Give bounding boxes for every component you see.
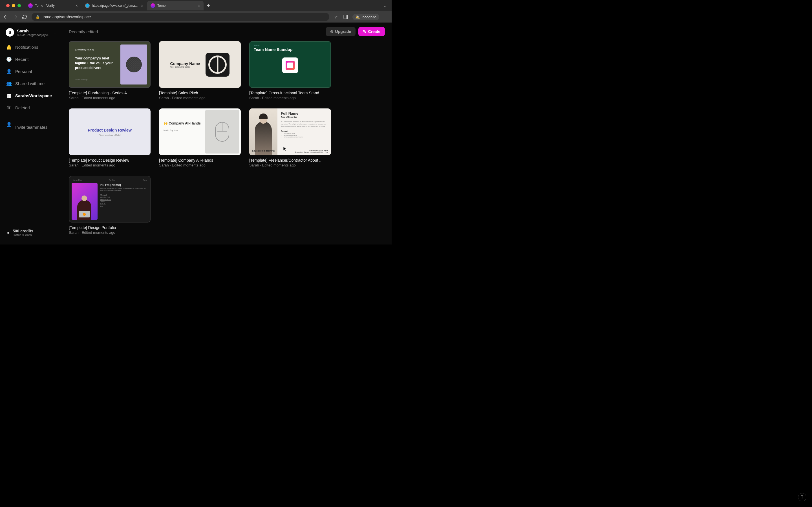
thumb-nav: Portfolio (109, 179, 115, 181)
thumb-nav: Work (143, 179, 147, 181)
sidebar-item-label: Deleted (15, 105, 30, 110)
document-card[interactable]: Name, Blog Portfolio Work Hi, I'm [Name]… (69, 176, 151, 235)
thumb-phone: (123) 456-7890 (100, 196, 148, 198)
sidebar-item-label: Recent (15, 57, 29, 62)
thumb-twitter: Twitter (100, 201, 148, 203)
create-edit-icon: ✎ (363, 29, 366, 34)
chevron-down-icon: ⌄ (54, 31, 56, 34)
bookmark-icon[interactable]: ☆ (333, 14, 339, 20)
create-label: Create (368, 29, 380, 34)
main-content: Recently edited ⊕ Upgrade ✎ Create [Comp… (62, 22, 392, 244)
reload-button[interactable] (22, 14, 28, 20)
tabs-dropdown-icon[interactable]: ⌄ (384, 3, 392, 8)
clock-icon: 🕐 (6, 57, 12, 62)
thumb-desc: A 2-3 sentence overview of the freelance… (281, 121, 327, 127)
document-card[interactable]: [Company Name] Your company's brief tagl… (69, 41, 151, 100)
document-thumbnail: Company Name Your company's tagline (159, 41, 241, 88)
panel-icon[interactable] (343, 14, 349, 20)
document-thumbnail: Product Design Review [Team members] • [… (69, 108, 151, 155)
menu-icon[interactable]: ⋮ (383, 14, 389, 20)
create-button[interactable]: ✎ Create (358, 27, 385, 36)
credits-subtitle: Refer & earn (13, 233, 33, 237)
circle-graphic-icon (126, 57, 142, 72)
app-graphic-icon (282, 57, 298, 73)
new-tab-button[interactable]: + (204, 3, 213, 9)
sidebar: S Sarah 8263e52a@moodjoy.c... ⌄ 🔔 Notifi… (0, 22, 62, 244)
document-title: [Template] Sales Pitch (159, 91, 241, 95)
browser-tab-active[interactable]: Tome × (147, 1, 204, 10)
sidebar-invite-teammates[interactable]: 👤⁺ Invite teammates (4, 119, 58, 135)
lock-icon: 🔒 (36, 15, 40, 19)
thumb-desc: Introduce yourself and your skills in 2-… (100, 187, 148, 191)
close-tab-icon[interactable]: × (75, 3, 78, 8)
document-meta: Sarah · Edited moments ago (69, 96, 151, 100)
thumb-visual-note: Visual: Your logo (75, 79, 117, 80)
document-meta: Sarah · Edited moments ago (69, 230, 151, 235)
document-meta: Sarah · Edited moments ago (249, 96, 331, 100)
thumb-date: Month Day, Year (163, 129, 201, 131)
document-card[interactable]: 🙌 Company All-Hands Month Day, Year [Tem… (159, 108, 241, 167)
back-button[interactable] (3, 14, 8, 20)
thumb-linkedin: LinkedIn (100, 203, 148, 205)
document-card[interactable]: Full Name Area of Expertise A 2-3 senten… (249, 108, 331, 167)
minimize-window-icon[interactable] (12, 4, 15, 7)
tome-favicon-icon (28, 3, 33, 8)
sidebar-item-label: Personal (15, 69, 32, 74)
thumb-area: Area of Expertise (281, 116, 327, 118)
globe-favicon-icon: 🌐 (85, 3, 90, 8)
thumb-title: Product Design Review (88, 128, 132, 132)
close-window-icon[interactable] (6, 4, 10, 7)
credits-title: 500 credits (13, 229, 33, 233)
thumb-edu-label: Education & Training (252, 150, 274, 153)
thumb-email: hello@email.com (100, 199, 148, 200)
browser-tab[interactable]: 🌐 https://pageflows.com/_/email... × (82, 1, 147, 10)
sidebar-item-label: SarahsWorkspace (15, 93, 52, 98)
app-container: S Sarah 8263e52a@moodjoy.c... ⌄ 🔔 Notifi… (0, 22, 392, 244)
user-name: Sarah (17, 29, 51, 33)
user-info: Sarah 8263e52a@moodjoy.c... (17, 29, 51, 37)
bell-icon: 🔔 (6, 45, 12, 50)
sidebar-item-personal[interactable]: 👤 Personal (4, 66, 58, 77)
sidebar-item-deleted[interactable]: 🗑 Deleted (4, 102, 58, 113)
thumb-company-name: Company Name (170, 61, 200, 66)
maximize-window-icon[interactable] (17, 4, 21, 7)
document-thumbnail: 🙌 Company All-Hands Month Day, Year (159, 108, 241, 155)
browser-tab[interactable]: Tome - Verify × (25, 1, 81, 10)
thumb-tagline: Your company's tagline (170, 66, 200, 68)
person-icon: 👤 (6, 69, 12, 74)
thumb-nav: Name, Blog (73, 179, 82, 181)
document-meta: Sarah · Edited moments ago (159, 163, 241, 167)
document-meta: Sarah · Edited moments ago (69, 163, 151, 167)
forward-button[interactable] (12, 14, 18, 20)
document-title: [Template] Fundraising - Series A (69, 91, 151, 95)
close-tab-icon[interactable]: × (198, 3, 200, 8)
section-title: Recently edited (69, 29, 98, 34)
document-card[interactable]: Company Name Your company's tagline [Tem… (159, 41, 241, 100)
tab-bar: Tome - Verify × 🌐 https://pageflows.com/… (0, 0, 392, 11)
browser-chrome: Tome - Verify × 🌐 https://pageflows.com/… (0, 0, 392, 22)
thumb-creds: Credentials Earned • Associated Skills •… (295, 151, 328, 153)
document-thumbnail: Standup Team Name Standup (249, 41, 331, 88)
upgrade-button[interactable]: ⊕ Upgrade (326, 27, 356, 36)
upgrade-label: Upgrade (335, 29, 351, 34)
document-title: [Template] Design Portfolio (69, 225, 151, 230)
user-menu[interactable]: S Sarah 8263e52a@moodjoy.c... ⌄ (4, 27, 58, 38)
document-title: [Template] Company All-Hands (159, 158, 241, 163)
thumb-title: Team Name Standup (254, 47, 326, 52)
close-tab-icon[interactable]: × (141, 3, 143, 8)
thumb-contact-label: Contact (100, 194, 148, 196)
thumb-hi: Hi, I'm [Name] (100, 183, 148, 186)
incognito-badge[interactable]: 🕵️ Incognito (352, 14, 379, 20)
sidebar-item-shared[interactable]: 👥 Shared with me (4, 78, 58, 89)
sidebar-item-workspace[interactable]: ▦ SarahsWorkspace (4, 90, 58, 101)
upgrade-arrow-icon: ⊕ (330, 29, 334, 34)
document-card[interactable]: Product Design Review [Team members] • [… (69, 108, 151, 167)
document-card[interactable]: Standup Team Name Standup [Template] Cro… (249, 41, 331, 100)
grid-icon: ▦ (6, 93, 12, 98)
trash-icon: 🗑 (6, 105, 12, 110)
sidebar-item-notifications[interactable]: 🔔 Notifications (4, 42, 58, 53)
mouse-graphic-icon (215, 122, 229, 142)
credits-button[interactable]: ✦ 500 credits Refer & earn (4, 226, 58, 240)
sidebar-item-recent[interactable]: 🕐 Recent (4, 54, 58, 65)
url-input[interactable]: 🔒 tome.app/sarahsworkspace (32, 13, 329, 21)
